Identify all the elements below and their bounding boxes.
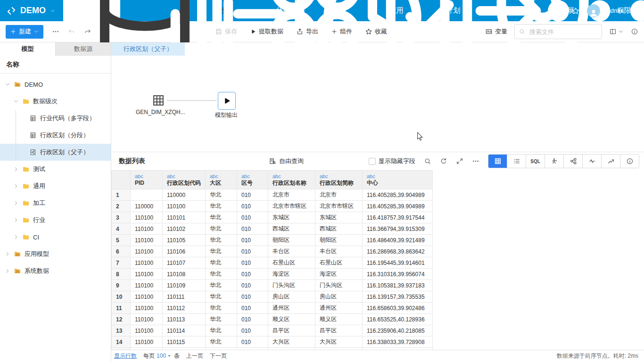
- column-header-大区[interactable]: abc大区: [206, 171, 237, 189]
- table-footer: 显示行数 每页 100 条 上一页 下一页 数据来源于前序节点。耗时: 2ms: [111, 350, 644, 361]
- next-page-button[interactable]: 下一页: [210, 352, 227, 360]
- sidebar-tab-模型[interactable]: 模型: [0, 42, 55, 56]
- table-cell: 西城区: [268, 223, 315, 235]
- free-query-button[interactable]: 自由查询: [269, 157, 304, 165]
- undo-icon[interactable]: [68, 28, 75, 35]
- more-icon[interactable]: [472, 157, 479, 165]
- doc-tab-active[interactable]: 行政区划（父子）: [111, 42, 185, 56]
- column-header-区号[interactable]: abc区号: [237, 171, 268, 189]
- column-header-中心[interactable]: abc中心: [363, 171, 433, 189]
- variable-button[interactable]: 变量: [485, 27, 507, 36]
- lineage-view-button[interactable]: [545, 155, 564, 168]
- nav-item-task[interactable]: 任务: [347, 0, 405, 21]
- table-cell: 110100: [131, 336, 163, 348]
- nav-item-apps[interactable]: 应用: [234, 0, 291, 21]
- tree-item-测试[interactable]: 测试: [0, 161, 111, 178]
- source-table-node[interactable]: [152, 94, 165, 107]
- data-panel-header: 数据列表 自由查询 显示隐藏字段 SQL: [111, 152, 644, 170]
- search-input[interactable]: [528, 28, 598, 36]
- info-view-button[interactable]: [620, 155, 639, 168]
- sql-view-button[interactable]: SQL: [526, 155, 545, 168]
- search-icon[interactable]: [424, 157, 431, 165]
- trend-view-button[interactable]: [602, 155, 620, 168]
- tree-item-行政区划（父子）[interactable]: 行政区划（父子）: [0, 144, 111, 161]
- table-cell: 010: [237, 325, 268, 336]
- nav-item-permission[interactable]: 权限: [461, 0, 518, 21]
- nav-item-database[interactable]: 数据: [63, 0, 120, 21]
- info-icon[interactable]: [631, 28, 638, 35]
- nav-item-form[interactable]: 表单: [177, 0, 234, 21]
- brand[interactable]: DEMO: [0, 0, 63, 21]
- folder-icon: [22, 182, 30, 190]
- nav-item-clock[interactable]: 计划: [291, 0, 348, 21]
- sidebar-tab-数据源[interactable]: 数据源: [55, 42, 111, 56]
- user-menu-chevron-icon[interactable]: [631, 8, 636, 14]
- star-icon[interactable]: [571, 7, 580, 15]
- table-row: 13110100110114华北010昌平区昌平区116.235906,40.2…: [112, 325, 433, 336]
- username[interactable]: admin: [607, 7, 624, 14]
- table-doc-icon: [29, 131, 37, 139]
- nav-item-extension[interactable]: 扩展: [405, 0, 462, 21]
- model-output-node[interactable]: [218, 92, 236, 110]
- prev-page-button[interactable]: 上一页: [186, 352, 203, 360]
- tree-item-通用[interactable]: 通用: [0, 178, 111, 195]
- export-button[interactable]: 导出: [296, 27, 318, 36]
- list-view-button[interactable]: [507, 155, 526, 168]
- show-hidden-fields-checkbox[interactable]: 显示隐藏字段: [369, 157, 415, 165]
- info-icon: [626, 157, 634, 165]
- table-cell: 丰台区: [315, 246, 363, 257]
- new-button[interactable]: 新建: [6, 25, 43, 39]
- more-actions-icon[interactable]: [52, 28, 59, 35]
- favorite-button[interactable]: 收藏: [365, 27, 387, 36]
- save-button[interactable]: 保存: [215, 27, 237, 36]
- table-cell: 116.195445,39.914601: [363, 257, 433, 269]
- column-type-label: abc: [272, 173, 311, 180]
- redo-icon[interactable]: [84, 28, 91, 35]
- tree-item-数据级次[interactable]: 数据级次: [0, 93, 111, 110]
- caret-collapsed-icon: [13, 183, 19, 189]
- tree-item-行业代码（多字段）[interactable]: 行业代码（多字段）: [0, 110, 111, 127]
- row-number: 10: [112, 291, 131, 303]
- tree-item-应用模型[interactable]: 应用模型: [0, 246, 111, 263]
- table-cell: 华北: [206, 235, 237, 246]
- model-canvas[interactable]: GEN_DIM_XZQH... 模型输出: [111, 56, 644, 152]
- table-cell: 房山区: [315, 291, 363, 303]
- tree-item-系统数据[interactable]: 系统数据: [0, 263, 111, 279]
- tree-item-CI[interactable]: CI: [0, 229, 111, 246]
- grid-view-button[interactable]: [488, 155, 507, 168]
- mouse-cursor: [417, 132, 423, 141]
- toolbar-right: 变量: [485, 24, 638, 39]
- show-rows-link[interactable]: 显示行数: [114, 352, 137, 360]
- column-header-行政区划名称[interactable]: abc行政区划名称: [268, 171, 315, 189]
- refresh-icon[interactable]: [440, 157, 447, 165]
- row-number: 12: [112, 314, 131, 325]
- node-graph-view-button[interactable]: [564, 155, 583, 168]
- extract-data-button[interactable]: 提取数据: [250, 27, 283, 36]
- pulse-view-button[interactable]: [583, 155, 602, 168]
- tree-item-DEMO[interactable]: DEMO: [0, 76, 111, 93]
- avatar[interactable]: [587, 4, 600, 17]
- folder-icon: [22, 216, 30, 224]
- table-cell: 北京市市辖区: [268, 201, 315, 212]
- column-header-行政区划代码[interactable]: abc行政区划代码: [163, 171, 206, 189]
- nav-item-chart[interactable]: 分析: [120, 0, 177, 21]
- table-row: 2110000110100华北010北京市市辖区北京市市辖区116.405285…: [112, 201, 433, 212]
- search-box[interactable]: [514, 24, 602, 39]
- table-cell: 110101: [163, 212, 206, 223]
- main-nav: 数据分析表单应用计划任务扩展权限: [63, 0, 571, 21]
- component-button[interactable]: 组件: [331, 27, 352, 36]
- table-row: 1110000华北010北京市北京市116.405285,39.904989: [112, 189, 433, 201]
- tree-item-行业[interactable]: 行业: [0, 212, 111, 229]
- table-cell: 海淀区: [315, 269, 363, 280]
- tree-item-行政区划（分段）[interactable]: 行政区划（分段）: [0, 127, 111, 144]
- layout-button[interactable]: [609, 28, 624, 35]
- nav-item-ellipsis[interactable]: [518, 0, 571, 21]
- expand-icon[interactable]: [456, 157, 463, 165]
- row-number: 4: [112, 223, 131, 235]
- column-header-行政区划简称[interactable]: abc行政区划简称: [315, 171, 363, 189]
- page-size-select[interactable]: 100: [157, 353, 172, 359]
- chevron-down-icon: [618, 29, 624, 34]
- table-cell: 华北: [206, 325, 237, 336]
- column-header-PID[interactable]: abcPID: [131, 171, 163, 189]
- tree-item-加工[interactable]: 加工: [0, 195, 111, 212]
